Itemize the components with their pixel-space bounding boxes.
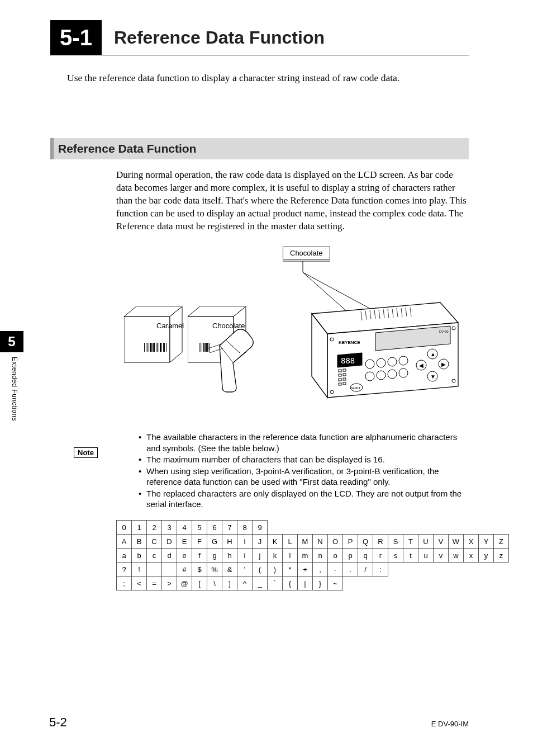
char-cell: N [313, 535, 328, 549]
char-cell: | [298, 577, 313, 590]
char-cell: - [328, 563, 343, 577]
char-cell: A [117, 535, 132, 549]
char-cell: < [132, 577, 147, 590]
section-heading: Reference Data Function [58, 142, 196, 155]
char-cell: & [222, 563, 237, 577]
page: 5-1 Reference Data Function Use the refe… [0, 0, 533, 756]
note-label: Note [74, 447, 98, 458]
char-cell: 2 [147, 521, 162, 535]
svg-point-35 [388, 357, 397, 366]
product-box-1 [124, 306, 191, 365]
char-cell: T [403, 535, 418, 549]
char-cell: # [177, 563, 192, 577]
char-cell: G [207, 535, 222, 549]
char-cell: { [283, 577, 298, 590]
char-cell: p [343, 549, 358, 563]
char-cell: z [494, 549, 509, 563]
char-cell: 0 [117, 521, 132, 535]
title-bar: 5-1 Reference Data Function [50, 20, 469, 55]
section-number-box: 5-1 [50, 20, 102, 55]
char-cell: S [388, 535, 403, 549]
scanner-icon [208, 326, 261, 393]
char-cell: B [132, 535, 147, 549]
bullet-1: The maximum number of characters that ca… [139, 454, 472, 465]
barcode-icon-1 [144, 343, 175, 352]
char-cell: o [328, 549, 343, 563]
svg-text:▶: ▶ [441, 361, 446, 367]
char-cell: Q [358, 535, 373, 549]
svg-point-37 [365, 372, 374, 381]
chapter-label: Extended Functions [11, 357, 18, 421]
char-cell [162, 563, 177, 577]
svg-marker-2 [170, 306, 182, 362]
char-cell: f [192, 549, 207, 563]
char-cell: g [207, 549, 222, 563]
char-cell: e [177, 549, 192, 563]
char-cell: D [162, 535, 177, 549]
svg-point-33 [365, 360, 374, 368]
char-cell: k [268, 549, 283, 563]
char-cell: [ [192, 577, 207, 590]
char-cell: b [132, 549, 147, 563]
char-cell: j [253, 549, 268, 563]
svg-point-34 [377, 358, 386, 367]
char-cell: 1 [132, 521, 147, 535]
char-cell: 4 [177, 521, 192, 535]
char-cell: q [358, 549, 373, 563]
footer-doc-id: E DV-90-IM [431, 720, 469, 728]
char-cell: ) [268, 563, 283, 577]
char-cell: R [373, 535, 388, 549]
char-cell: 5 [192, 521, 207, 535]
char-cell: a [117, 549, 132, 563]
chapter-tab: 5 [0, 331, 23, 352]
char-cell: ` [268, 577, 283, 590]
char-cell: y [479, 549, 494, 563]
char-cell: 9 [253, 521, 268, 535]
char-cell: ! [132, 563, 147, 577]
char-cell: \ [207, 577, 222, 590]
char-cell: 3 [162, 521, 177, 535]
char-cell: H [222, 535, 237, 549]
bullet-2: When using step verification, 3-point-A … [139, 466, 472, 488]
char-cell [147, 563, 162, 577]
char-cell: u [418, 549, 434, 563]
char-cell: C [147, 535, 162, 549]
char-cell: } [313, 577, 328, 590]
char-cell: ? [117, 563, 132, 577]
char-cell: ' [237, 563, 253, 577]
char-cell: v [434, 549, 449, 563]
char-cell: + [298, 563, 313, 577]
device-icon: 888 KEYENCE DV-90 ▲ [296, 298, 467, 401]
svg-text:DV-90: DV-90 [439, 330, 449, 333]
char-cell: % [207, 563, 222, 577]
svg-text:888: 888 [341, 356, 355, 365]
page-title: Reference Data Function [114, 27, 325, 48]
char-cell: I [237, 535, 253, 549]
bullet-0: The available characters in the referenc… [139, 432, 472, 453]
char-cell: h [222, 549, 237, 563]
char-cell: Z [494, 535, 509, 549]
char-cell: O [328, 535, 343, 549]
char-cell: t [403, 549, 418, 563]
char-cell: U [418, 535, 434, 549]
char-cell: > [162, 577, 177, 590]
svg-text:▼: ▼ [430, 374, 436, 380]
char-cell: Y [479, 535, 494, 549]
char-cell: P [343, 535, 358, 549]
char-cell: E [177, 535, 192, 549]
char-cell: m [298, 549, 313, 563]
body-paragraph: During normal operation, the raw code da… [116, 169, 469, 233]
character-table: 0123456789ABCDEFGHIJKLMNOPQRSTUVWXYZabcd… [116, 520, 509, 590]
char-cell: F [192, 535, 207, 549]
char-cell: ^ [237, 577, 253, 590]
char-cell: : [373, 563, 388, 577]
char-cell: * [283, 563, 298, 577]
char-cell: l [283, 549, 298, 563]
figure: Caramel Chocolate Chocolate [116, 245, 465, 401]
svg-text:SHIFT: SHIFT [351, 386, 361, 390]
callout-text: Chocolate [290, 249, 323, 257]
char-cell: ( [253, 563, 268, 577]
char-cell: n [313, 549, 328, 563]
char-cell: = [147, 577, 162, 590]
svg-point-36 [399, 356, 408, 365]
